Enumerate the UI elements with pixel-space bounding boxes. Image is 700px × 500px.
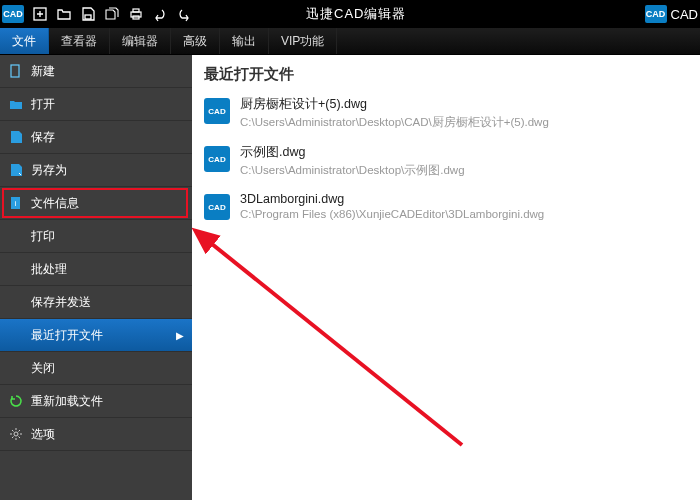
cad-file-icon: CAD (204, 194, 230, 220)
sidebar-item-label: 文件信息 (31, 195, 79, 212)
recent-file-name: 3DLamborgini.dwg (240, 192, 544, 206)
menu-bar: 文件 查看器 编辑器 高级 输出 VIP功能 (0, 28, 700, 55)
recent-file-path: C:\Users\Administrator\Desktop\CAD\厨房橱柜设… (240, 115, 549, 130)
gear-icon (8, 427, 23, 441)
sidebar-item-label: 打印 (31, 228, 55, 245)
app-logo-icon: CAD (2, 5, 24, 23)
cad-file-icon: CAD (204, 146, 230, 172)
new-icon[interactable] (29, 3, 51, 25)
recent-file-row[interactable]: CAD 示例图.dwg C:\Users\Administrator\Deskt… (204, 144, 688, 178)
sidebar-item-label: 另存为 (31, 162, 67, 179)
save-all-icon[interactable] (101, 3, 123, 25)
tab-advanced[interactable]: 高级 (171, 28, 220, 54)
recent-file-name: 示例图.dwg (240, 144, 465, 161)
svg-rect-5 (11, 65, 19, 77)
sidebar-item-saveas[interactable]: 另存为 (0, 154, 192, 187)
title-bar: CAD 迅捷CAD编辑器 CAD CAD (0, 0, 700, 28)
sidebar-item-label: 打开 (31, 96, 55, 113)
sidebar-item-options[interactable]: 选项 (0, 418, 192, 451)
sidebar-item-close[interactable]: 关闭 (0, 352, 192, 385)
sidebar-item-label: 新建 (31, 63, 55, 80)
sidebar-item-label: 保存 (31, 129, 55, 146)
sidebar-item-reload[interactable]: 重新加载文件 (0, 385, 192, 418)
svg-rect-1 (85, 15, 91, 19)
save-as-icon (8, 163, 23, 177)
file-new-icon (8, 64, 23, 78)
sidebar-item-label: 最近打开文件 (31, 327, 103, 344)
svg-point-8 (14, 432, 18, 436)
undo-icon[interactable] (149, 3, 171, 25)
recent-files-panel: 最近打开文件 CAD 厨房橱柜设计+(5).dwg C:\Users\Admin… (192, 55, 700, 500)
save-icon[interactable] (77, 3, 99, 25)
file-menu-sidebar: 新建 打开 保存 另存为 i 文件信息 打印 批处理 保存并发送 (0, 55, 192, 500)
sidebar-item-open[interactable]: 打开 (0, 88, 192, 121)
sidebar-item-print[interactable]: 打印 (0, 220, 192, 253)
tab-editor[interactable]: 编辑器 (110, 28, 171, 54)
cad-file-icon: CAD (204, 98, 230, 124)
sidebar-item-recent[interactable]: 最近打开文件 ▶ (0, 319, 192, 352)
svg-text:i: i (14, 199, 16, 208)
tab-output[interactable]: 输出 (220, 28, 269, 54)
recent-file-path: C:\Program Files (x86)\XunjieCADEditor\3… (240, 208, 544, 220)
open-icon[interactable] (53, 3, 75, 25)
recent-file-row[interactable]: CAD 3DLamborgini.dwg C:\Program Files (x… (204, 192, 688, 220)
sidebar-item-label: 保存并发送 (31, 294, 91, 311)
sidebar-item-label: 批处理 (31, 261, 67, 278)
reload-icon (8, 394, 23, 408)
recent-file-name: 厨房橱柜设计+(5).dwg (240, 96, 549, 113)
sidebar-item-label: 关闭 (31, 360, 55, 377)
app-title: 迅捷CAD编辑器 (306, 5, 406, 23)
recent-file-path: C:\Users\Administrator\Desktop\示例图.dwg (240, 163, 465, 178)
sidebar-item-savesend[interactable]: 保存并发送 (0, 286, 192, 319)
sidebar-item-label: 重新加载文件 (31, 393, 103, 410)
tab-viewer[interactable]: 查看器 (49, 28, 110, 54)
print-icon[interactable] (125, 3, 147, 25)
save-icon (8, 130, 23, 144)
sidebar-item-label: 选项 (31, 426, 55, 443)
sidebar-item-save[interactable]: 保存 (0, 121, 192, 154)
sidebar-item-new[interactable]: 新建 (0, 55, 192, 88)
svg-line-9 (207, 240, 462, 445)
recent-file-row[interactable]: CAD 厨房橱柜设计+(5).dwg C:\Users\Administrato… (204, 96, 688, 130)
sidebar-item-fileinfo[interactable]: i 文件信息 (0, 187, 192, 220)
redo-icon[interactable] (173, 3, 195, 25)
tab-file[interactable]: 文件 (0, 28, 49, 54)
brand-badge-icon: CAD (645, 5, 667, 23)
sidebar-item-batch[interactable]: 批处理 (0, 253, 192, 286)
folder-open-icon (8, 97, 23, 111)
file-info-icon: i (8, 196, 23, 210)
brand-badge-text: CAD (671, 7, 698, 22)
tab-vip[interactable]: VIP功能 (269, 28, 337, 54)
panel-heading: 最近打开文件 (204, 65, 688, 84)
chevron-right-icon: ▶ (176, 330, 184, 341)
svg-rect-3 (133, 9, 139, 12)
